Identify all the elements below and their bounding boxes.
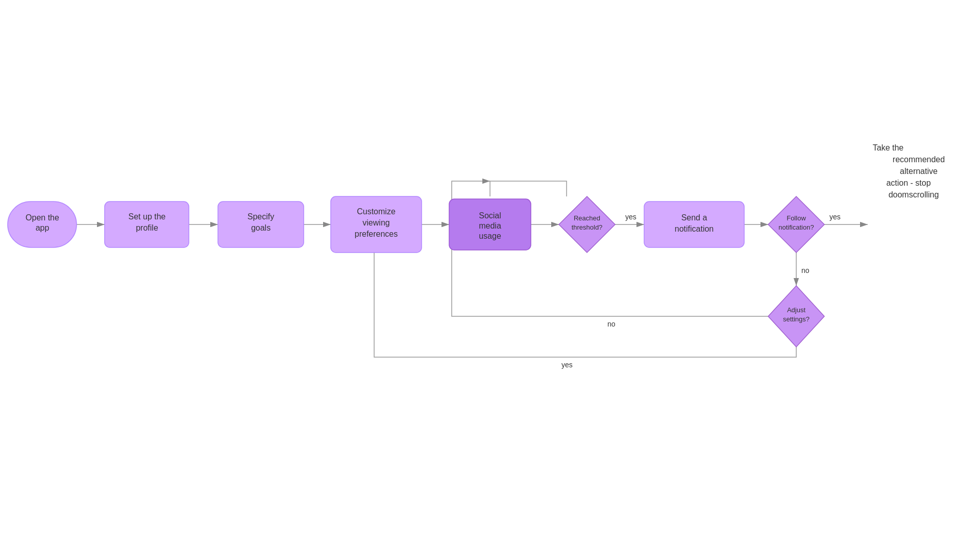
svg-text:threshold?: threshold? bbox=[572, 223, 603, 231]
svg-text:usage: usage bbox=[479, 232, 501, 240]
svg-text:yes: yes bbox=[829, 213, 841, 221]
svg-text:notification?: notification? bbox=[778, 223, 814, 231]
open-app-node: Open the app bbox=[8, 202, 77, 247]
svg-text:goals: goals bbox=[251, 223, 271, 232]
social-media-node: Social media usage bbox=[449, 199, 531, 250]
svg-text:Take the: Take the bbox=[873, 143, 904, 152]
svg-text:Adjust: Adjust bbox=[787, 306, 806, 314]
svg-text:yes: yes bbox=[625, 213, 636, 221]
svg-text:no: no bbox=[607, 320, 616, 328]
svg-text:Set up the: Set up the bbox=[129, 212, 166, 221]
svg-text:recommended: recommended bbox=[893, 155, 945, 164]
svg-text:profile: profile bbox=[136, 223, 158, 232]
specify-goals-node: Specify goals bbox=[218, 202, 304, 247]
svg-text:Specify: Specify bbox=[248, 212, 274, 221]
svg-text:app: app bbox=[36, 223, 50, 232]
svg-text:Customize: Customize bbox=[357, 207, 396, 216]
customize-prefs-node: Customize viewing preferences bbox=[331, 196, 422, 253]
svg-text:preferences: preferences bbox=[355, 230, 398, 238]
svg-text:Follow: Follow bbox=[787, 214, 806, 222]
svg-text:notification: notification bbox=[675, 224, 714, 233]
svg-text:yes: yes bbox=[561, 361, 573, 369]
svg-text:settings?: settings? bbox=[783, 315, 810, 323]
svg-rect-0 bbox=[0, 0, 980, 551]
svg-text:action - stop: action - stop bbox=[886, 179, 930, 187]
svg-text:media: media bbox=[479, 221, 501, 230]
svg-text:Reached: Reached bbox=[574, 214, 600, 222]
svg-text:alternative: alternative bbox=[900, 167, 938, 176]
svg-text:doomscrolling: doomscrolling bbox=[889, 190, 939, 199]
svg-text:Open the: Open the bbox=[26, 213, 59, 222]
svg-text:Social: Social bbox=[479, 211, 501, 220]
svg-text:viewing: viewing bbox=[362, 218, 389, 227]
send-notification-node: Send a notification bbox=[644, 202, 744, 247]
setup-profile-node: Set up the profile bbox=[105, 202, 189, 247]
svg-text:no: no bbox=[801, 266, 810, 274]
svg-text:Send a: Send a bbox=[681, 213, 707, 222]
